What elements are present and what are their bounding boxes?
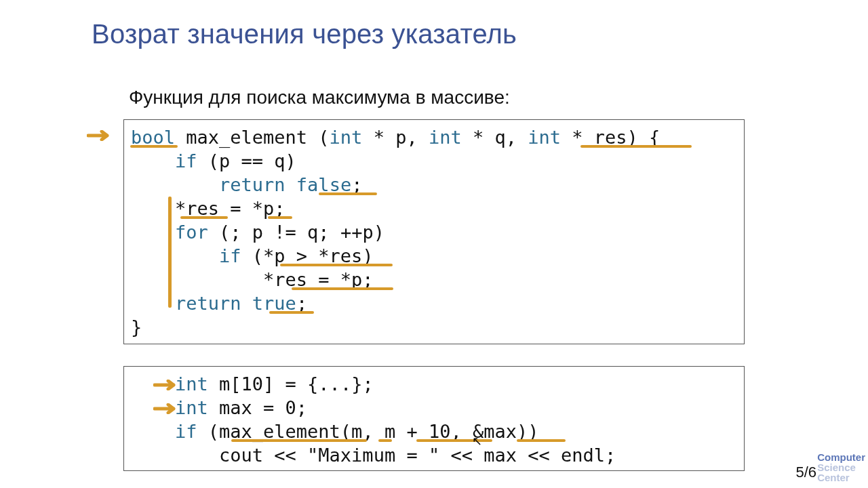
kw-if: if — [219, 245, 241, 266]
kw-int: int — [175, 397, 208, 418]
page-number: 5/6 — [795, 464, 816, 481]
kw-int: int — [429, 127, 462, 148]
arrow-icon — [87, 130, 111, 140]
cursor-icon: ↖ — [472, 434, 482, 449]
slide-subtitle: Функция для поиска максимума в массиве: — [129, 87, 510, 108]
kw-if: if — [175, 150, 197, 171]
slide-title: Возрат значения через указатель — [92, 19, 517, 49]
kw-int: int — [175, 373, 208, 394]
kw-return: return — [219, 174, 285, 195]
slide: Возрат значения через указатель Функция … — [0, 0, 868, 488]
kw-if: if — [175, 421, 197, 442]
kw-false: false — [296, 174, 351, 195]
kw-bool: bool — [131, 127, 175, 148]
code-block-usage: int m[10] = {...}; int max = 0; if (max_… — [123, 366, 745, 471]
kw-return: return — [175, 293, 241, 314]
code-block-function: bool max_element (int * p, int * q, int … — [123, 119, 745, 344]
kw-int: int — [330, 127, 363, 148]
logo: Computer Science Center — [817, 452, 865, 483]
kw-int: int — [528, 127, 561, 148]
kw-for: for — [175, 222, 208, 243]
kw-true: true — [252, 293, 296, 314]
